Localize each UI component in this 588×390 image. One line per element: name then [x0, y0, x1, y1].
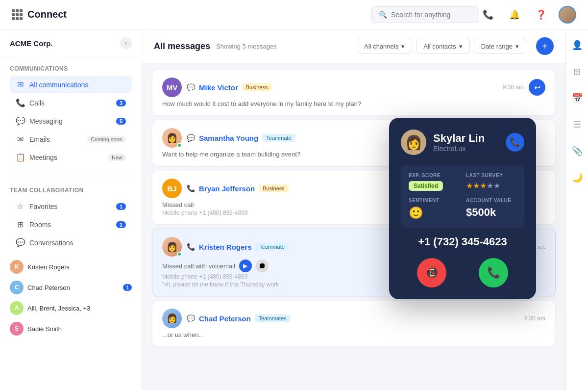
message-card-chad[interactable]: 👩 💬 Chad Peterson Teammates 9:30 am ...o… [152, 300, 556, 347]
conv-badge-chad: 1 [123, 284, 132, 291]
sidebar-divider [10, 175, 132, 175]
exp-score-label: EXP. SCORE [409, 173, 459, 178]
msg-info-mike: 💬 Mike Victor Business [187, 83, 498, 92]
conversations-list: K Kristen Rogers C Chad Peterson 1 A All… [0, 256, 142, 345]
list-icon[interactable]: ☰ [569, 117, 585, 132]
moon-icon[interactable]: 🌙 [569, 170, 585, 185]
add-button[interactable]: + [536, 37, 554, 55]
call-card-company: ElectroLux [433, 145, 485, 153]
sidebar-item-favorites[interactable]: ☆ Favorites 1 [10, 198, 132, 215]
user-avatar[interactable] [559, 6, 576, 24]
person-icon[interactable]: 👤 [569, 37, 585, 53]
last-survey-label: LAST SURVEY [466, 173, 516, 178]
search-bar[interactable]: 🔍 [371, 6, 479, 23]
filter-contacts-label: All contacts [423, 43, 456, 50]
message-card-mike-victor[interactable]: MV 💬 Mike Victor Business 9:30 am ↩ How … [152, 69, 556, 116]
avatar-wrap-kristen: 👩 [162, 237, 182, 257]
conv-item-kristen[interactable]: K Kristen Rogers [4, 257, 138, 277]
sidebar-label-all-comms: All communications [29, 81, 126, 89]
conversations-icon: 💬 [16, 238, 24, 247]
collapse-sidebar-button[interactable]: ‹ [120, 37, 132, 49]
phone-icon[interactable]: 📞 [479, 6, 497, 24]
stop-voicemail-button[interactable]: ⏺ [256, 260, 269, 272]
end-call-button[interactable]: 📵 [417, 258, 446, 287]
messaging-badge: 5 [116, 118, 126, 125]
favorites-badge: 1 [116, 203, 126, 210]
avatar-wrap-mike: MV [162, 78, 182, 97]
sentiment-label: SENTIMENT [409, 198, 459, 203]
msg-tag-chad: Teammates [255, 314, 291, 322]
chevron-down-icon-2: ▾ [459, 43, 463, 50]
meetings-badge: New [108, 154, 126, 161]
conv-item-group[interactable]: A Alli, Brent, Jessica, +3 [4, 298, 138, 318]
chat-icon-mike: 💬 [187, 83, 195, 91]
play-voicemail-button[interactable]: ▶ [239, 260, 252, 272]
filter-group: All channels ▾ All contacts ▾ Date range… [357, 39, 526, 54]
call-card-phone-icon[interactable]: 📞 [506, 133, 524, 152]
top-nav: Connect 🔍 📞 🔔 ❓ [0, 0, 588, 29]
calls-icon: 📞 [16, 98, 24, 107]
conv-name-chad: Chad Peterson [27, 284, 119, 291]
answer-call-button[interactable]: 📞 [479, 258, 508, 287]
sidebar: ACME Corp. ‹ Communications ✉ All commun… [0, 29, 142, 390]
msg-header-chad: 👩 💬 Chad Peterson Teammates 9:30 am [162, 309, 545, 328]
msg-body-chad: ...or us when... [162, 331, 545, 338]
msg-name-row-chad: 💬 Chad Peterson Teammates [187, 314, 519, 323]
avatar-wrap-samantha: 👩 [162, 128, 182, 148]
team-title: Team collaboration [10, 187, 132, 194]
online-dot-samantha [177, 143, 182, 148]
msg-info-chad: 💬 Chad Peterson Teammates [187, 314, 519, 323]
msg-tag-kristen: Teammate [256, 243, 289, 251]
avatar-bryan: BJ [162, 179, 182, 198]
exp-score-value: Satisfied [409, 181, 443, 191]
attachment-icon[interactable]: 📎 [569, 143, 585, 159]
conv-item-chad[interactable]: C Chad Peterson 1 [4, 278, 138, 297]
content-area: All messages Showing 5 messages All chan… [142, 29, 565, 390]
grid-view-icon[interactable]: ⊞ [569, 64, 585, 79]
bell-icon[interactable]: 🔔 [506, 6, 523, 24]
sidebar-item-conversations[interactable]: 💬 Conversations [10, 234, 132, 251]
sidebar-item-messaging[interactable]: 💬 Messaging 5 [10, 112, 132, 130]
filter-date-range[interactable]: Date range ▾ [474, 39, 526, 54]
sidebar-item-emails[interactable]: ✉ Emails Coming soon [10, 130, 132, 148]
avatar-chad: 👩 [162, 309, 182, 328]
conv-name-kristen: Kristen Rogers [27, 263, 132, 271]
sidebar-item-meetings[interactable]: 📋 Meetings New [10, 149, 132, 166]
star-rating: ★★★★★ [466, 181, 516, 190]
online-dot-kristen [177, 252, 182, 257]
phone-icon-bryan: 📞 [187, 184, 195, 192]
communications-section: Communications ✉ All communications 📞 Ca… [0, 57, 142, 171]
msg-body-kristen: Missed call with voicemail [162, 262, 235, 270]
communications-title: Communications [10, 65, 132, 72]
call-card-overlay: 👩 Skylar Lin ElectroLux 📞 EXP. SCORE Sat… [389, 118, 536, 299]
filter-all-contacts[interactable]: All contacts ▾ [416, 39, 469, 54]
rooms-icon: ⊞ [16, 220, 24, 229]
phone-icon-kristen: 📞 [187, 243, 195, 251]
reply-button-mike[interactable]: ↩ [529, 79, 545, 96]
call-card: 👩 Skylar Lin ElectroLux 📞 EXP. SCORE Sat… [389, 118, 536, 299]
account-value: $500k [466, 206, 516, 219]
sidebar-item-calls[interactable]: 📞 Calls 3 [10, 94, 132, 111]
msg-name-chad: Chad Peterson [199, 314, 251, 323]
msg-time-mike: 9:30 am [503, 84, 524, 91]
sidebar-item-all-communications[interactable]: ✉ All communications [10, 76, 132, 93]
emails-badge: Coming soon [87, 136, 126, 143]
nav-icons: 📞 🔔 ❓ [479, 6, 576, 24]
sidebar-header: ACME Corp. ‹ [0, 29, 142, 57]
search-icon: 🔍 [379, 11, 387, 19]
search-input[interactable] [391, 11, 472, 19]
msg-name-row-mike: 💬 Mike Victor Business [187, 83, 498, 92]
call-card-stats: EXP. SCORE Satisfied LAST SURVEY ★★★★★ S… [401, 165, 524, 228]
main-layout: ACME Corp. ‹ Communications ✉ All commun… [0, 29, 588, 390]
conv-avatar-chad: C [10, 281, 24, 294]
msg-header-mike: MV 💬 Mike Victor Business 9:30 am ↩ [162, 78, 545, 97]
conv-avatar-kristen: K [10, 260, 24, 274]
filter-all-channels[interactable]: All channels ▾ [357, 39, 412, 54]
help-icon[interactable]: ❓ [532, 6, 550, 24]
app-title: Connect [27, 9, 67, 20]
sidebar-item-rooms[interactable]: ⊞ Rooms 1 [10, 216, 132, 233]
conv-item-sadie[interactable]: S Sadie Smith [4, 319, 138, 338]
calendar-icon[interactable]: 📅 [569, 90, 585, 106]
sidebar-label-emails: Emails [29, 135, 82, 143]
grid-icon[interactable] [12, 9, 23, 20]
